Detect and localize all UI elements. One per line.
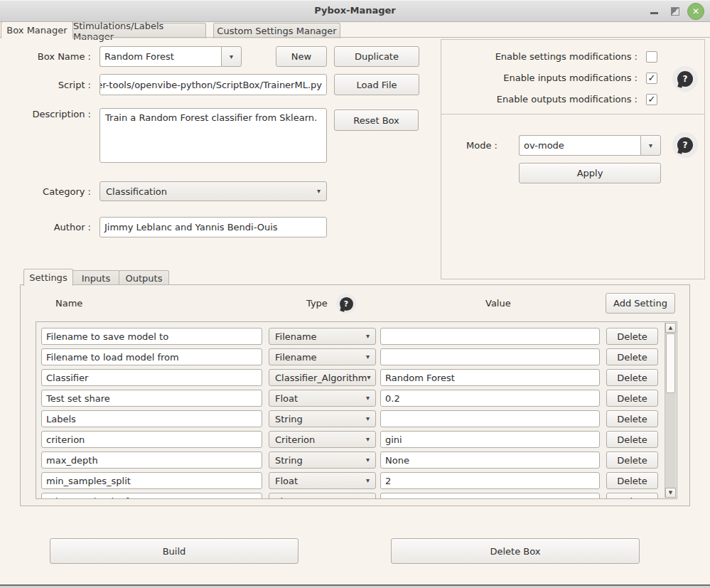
check-icon: ✓ [648,94,656,105]
setting-type-select[interactable]: Float▾ [269,493,376,499]
build-button[interactable]: Build [50,538,298,564]
tab-outputs[interactable]: Outputs [119,270,169,286]
script-input[interactable]: eloper-tools/openvibe-python/ScriptBox/T… [99,74,327,95]
box-name-label: Box Name : [0,51,91,62]
chevron-down-icon: ▾ [366,415,370,422]
setting-type-select[interactable]: Criterion▾ [269,431,376,448]
author-label: Author : [0,222,91,232]
setting-name-input[interactable]: Classifier [41,369,262,386]
setting-type-select[interactable]: Float▾ [269,472,376,489]
enable-settings-label: Enable settings modifications : [448,51,638,62]
tab-strip-divider [0,37,710,38]
tab-inputs[interactable]: Inputs [72,270,120,286]
type-help-icon[interactable]: ? [336,294,356,314]
setting-name-input[interactable]: min_samples_leaf [41,493,262,499]
setting-type-select[interactable]: Filename▾ [269,328,376,345]
duplicate-button[interactable]: Duplicate [334,46,419,67]
delete-setting-button[interactable]: Delete [606,431,658,448]
setting-value-input[interactable]: Random Forest [380,369,600,386]
chevron-down-icon: ▾ [366,436,370,443]
mode-dropdown-button[interactable]: ▾ [640,135,661,156]
setting-name-input[interactable]: Filename to load model from [41,348,262,365]
add-setting-button[interactable]: Add Setting [606,293,675,314]
chevron-down-icon: ▾ [366,456,370,464]
scroll-up-icon[interactable]: ▲ [665,323,676,333]
tab-box-manager[interactable]: Box Manager [1,21,73,38]
setting-type-select[interactable]: String▾ [269,410,376,427]
chevron-down-icon: ▾ [366,395,370,402]
scroll-down-icon[interactable]: ▼ [665,488,676,498]
box-name-dropdown-button[interactable]: ▾ [221,46,242,67]
mode-help-icon[interactable]: ? [672,132,698,158]
setting-value-input[interactable]: 0.2 [380,390,600,407]
script-label: Script : [0,80,91,90]
delete-setting-button[interactable]: Delete [606,451,658,469]
setting-row: Filename to save model toFilename▾Delete [36,328,665,345]
options-panel-divider [441,114,704,114]
delete-setting-button[interactable]: Delete [606,410,658,427]
close-icon[interactable]: ✕ [687,3,704,20]
delete-setting-button[interactable]: Delete [606,348,658,365]
tab-custom-settings-manager[interactable]: Custom Settings Manager [213,23,340,38]
chevron-down-icon: ▾ [366,477,370,484]
titlebar: Pybox-Manager ✕ [0,0,710,22]
setting-name-input[interactable]: Labels [41,410,262,427]
category-label: Category : [0,186,91,197]
delete-box-button[interactable]: Delete Box [391,538,640,564]
new-button[interactable]: New [276,46,327,67]
setting-value-input[interactable]: gini [380,431,600,448]
setting-name-input[interactable]: Test set share [41,390,262,407]
box-name-combobox[interactable]: Random Forest ▾ [99,46,242,67]
box-name-input[interactable]: Random Forest [99,46,221,67]
window-bottom-edge [0,583,710,588]
window-title: Pybox-Manager [0,5,710,16]
author-input[interactable]: Jimmy Leblanc and Yannis Bendi-Ouis [99,217,327,237]
setting-name-input[interactable]: min_samples_split [41,472,262,489]
setting-type-select[interactable]: Float▾ [269,390,376,407]
scrollbar-thumb[interactable] [666,333,675,393]
delete-setting-button[interactable]: Delete [606,472,658,489]
delete-setting-button[interactable]: Delete [606,390,658,407]
delete-setting-button[interactable]: Delete [606,328,658,345]
setting-value-input[interactable] [380,328,600,345]
tab-settings[interactable]: Settings [23,269,73,286]
modifications-help-icon[interactable]: ? [672,66,698,92]
settings-list: Filename to save model toFilename▾Delete… [36,321,677,499]
setting-name-input[interactable]: criterion [41,431,262,448]
setting-row: min_samples_splitFloat▾2Delete [36,472,665,489]
description-textarea[interactable]: Train a Random Forest classifier from Sk… [99,108,327,163]
setting-value-input[interactable] [380,348,600,365]
minimize-icon[interactable] [650,12,658,14]
setting-value-input[interactable]: 1 [380,493,600,499]
delete-setting-button[interactable]: Delete [606,493,658,499]
tab-stimulations-labels-manager[interactable]: Stimulations/Labels Manager [72,23,206,38]
setting-type-select[interactable]: String▾ [269,451,376,469]
enable-outputs-label: Enable outputs modifications : [448,94,638,105]
load-file-button[interactable]: Load File [334,74,419,95]
category-select[interactable]: Classification ▾ [99,181,327,201]
chevron-down-icon: ▾ [649,142,652,149]
setting-value-input[interactable]: None [380,451,600,469]
delete-setting-button[interactable]: Delete [606,369,658,386]
setting-name-input[interactable]: max_depth [41,451,262,469]
enable-inputs-label: Enable inputs modifications : [448,73,638,83]
mode-combobox[interactable]: ov-mode ▾ [519,135,661,156]
setting-row: ClassifierClassifier_Algorithm▾Random Fo… [36,369,665,386]
settings-scrollbar[interactable]: ▲ ▼ [665,323,676,498]
setting-value-input[interactable] [380,410,600,427]
setting-type-select[interactable]: Filename▾ [269,348,376,365]
mode-input[interactable]: ov-mode [519,135,640,156]
enable-inputs-checkbox[interactable]: ✓ [646,73,657,84]
enable-settings-checkbox[interactable]: ✓ [646,51,657,63]
setting-row: LabelsString▾Delete [36,410,665,427]
restore-icon[interactable] [671,7,679,16]
reset-box-button[interactable]: Reset Box [334,109,419,131]
setting-row: max_depthString▾NoneDelete [36,451,665,469]
chevron-down-icon: ▾ [366,333,370,340]
setting-name-input[interactable]: Filename to save model to [41,328,262,345]
column-header-value: Value [485,298,511,309]
enable-outputs-checkbox[interactable]: ✓ [646,94,657,105]
setting-type-select[interactable]: Classifier_Algorithm▾ [269,369,376,386]
apply-button[interactable]: Apply [519,163,661,183]
setting-value-input[interactable]: 2 [380,472,600,489]
